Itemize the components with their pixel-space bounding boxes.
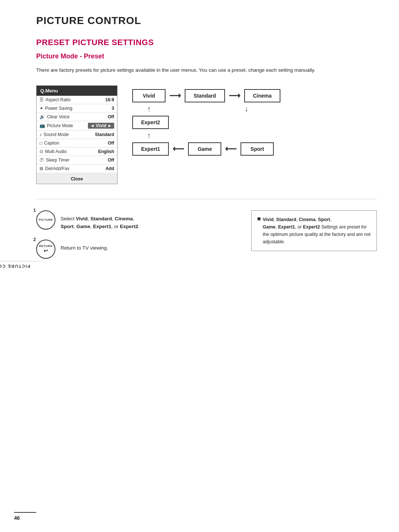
picture-button-label: PICTURE: [39, 218, 53, 221]
qmenu-row-sound: ♪ Sound Mode Standard: [37, 131, 117, 139]
qmenu-box: Q.Menu ☰ Aspect Ratio 16:9 ✦ Power Savin…: [36, 85, 117, 184]
return-button-label: RETURN: [39, 244, 52, 248]
qmenu-label-audio: ⊙ Multi Audio: [40, 149, 67, 154]
expert1-up-col: ↑: [132, 129, 166, 142]
expert1-box: Expert1: [132, 142, 169, 156]
qmenu-value-sleep: Off: [108, 157, 114, 163]
qmenu-label-caption: □ Caption: [40, 140, 59, 146]
arrow-up-expert2: ↑: [147, 102, 151, 116]
section-divider: [36, 199, 377, 199]
qmenu-row-delfav: ⊞ Del/Add/Fav Add: [37, 165, 117, 173]
arrow-game-expert1: ⟵: [173, 144, 184, 154]
cinema-box: Cinema: [244, 89, 281, 102]
diagram-row-1: Vivid ⟶ Standard ⟶ Cinema: [132, 89, 280, 102]
picture-button: 1 PICTURE: [36, 210, 55, 230]
qmenu-row-audio: ⊙ Multi Audio English: [37, 148, 117, 156]
qmenu-label-aspect: ☰ Aspect Ratio: [40, 97, 71, 102]
step-2: 2 RETURN ↩ Return to TV viewing.: [36, 240, 236, 259]
qmenu-area: Q.Menu ☰ Aspect Ratio 16:9 ✦ Power Savin…: [36, 85, 377, 184]
expert2-col: Expert2: [132, 116, 169, 129]
qmenu-close-button[interactable]: Close: [37, 174, 117, 184]
main-title: PICTURE CONTROL: [36, 15, 377, 27]
expert1-col: Expert1: [132, 142, 169, 156]
arrow-down-cinema: ↓: [245, 102, 248, 116]
standard-col: Standard: [185, 89, 225, 102]
description-text: There are factory presets for picture se…: [36, 66, 369, 74]
section-title: PRESET PICTURE SETTINGS: [36, 38, 377, 47]
qmenu-value-aspect: 16:9: [105, 97, 114, 102]
sound-icon: ♪: [40, 132, 42, 137]
return-button: 2 RETURN ↩: [36, 240, 55, 259]
diagram-row-2: Expert2: [132, 116, 169, 129]
qmenu-row-aspect: ☰ Aspect Ratio 16:9: [37, 96, 117, 104]
note-box: Vivid, Standard, Cinema, Sport, Game, Ex…: [251, 210, 377, 251]
vivid-box: Vivid: [132, 89, 166, 102]
steps-area: 1 PICTURE Select Vivid, Standard, Cinema…: [36, 210, 377, 268]
audio-icon: ⊙: [40, 149, 43, 154]
qmenu-row-power: ✦ Power Saving 3: [37, 104, 117, 113]
qmenu-label-sleep: ⏱ Sleep Timer: [40, 157, 69, 163]
diagram-arrows-row2: ↑: [132, 129, 166, 142]
delfav-icon: ⊞: [40, 166, 43, 171]
qmenu-label-picture: 📺 Picture Mode: [40, 123, 73, 128]
qmenu-row-voice: 🔊 Clear Voice Off: [37, 113, 117, 121]
sport-box: Sport: [241, 142, 274, 156]
caption-icon: □: [40, 140, 42, 146]
expert2-up-arrow-col: ↑: [132, 102, 166, 116]
step-1-text: Select Vivid, Standard, Cinema, Sport, G…: [61, 210, 140, 231]
power-icon: ✦: [40, 106, 43, 111]
arrow-standard-cinema: ⟶: [229, 91, 241, 101]
sport-col: Sport: [241, 142, 274, 156]
game-box: Game: [188, 142, 221, 156]
qmenu-header: Q.Menu: [37, 86, 117, 96]
steps-left: 1 PICTURE Select Vivid, Standard, Cinema…: [36, 210, 236, 268]
qmenu-value-audio: English: [98, 149, 114, 154]
arrow-vivid-standard: ⟶: [169, 91, 181, 101]
game-col: Game: [188, 142, 221, 156]
diagram-arrows-row: ↑ ↓: [132, 102, 263, 116]
cinema-col: Cinema: [244, 89, 281, 102]
qmenu-value-power: 3: [112, 106, 114, 111]
voice-icon: 🔊: [40, 114, 45, 119]
qmenu-row-caption: □ Caption Off: [37, 139, 117, 148]
sleep-icon: ⏱: [40, 157, 44, 163]
step-2-number: 2: [33, 237, 36, 242]
mode-diagram: Vivid ⟶ Standard ⟶ Cinema ↑: [132, 85, 280, 156]
standard-box: Standard: [185, 89, 225, 102]
qmenu-value-sound: Standard: [95, 132, 114, 137]
step-1: 1 PICTURE Select Vivid, Standard, Cinema…: [36, 210, 236, 231]
return-icon: ↩: [44, 248, 48, 254]
step-1-number: 1: [33, 207, 36, 213]
qmenu-row-sleep: ⏱ Sleep Timer Off: [37, 156, 117, 165]
page-number: 46: [14, 512, 36, 521]
note-bullet-square: [258, 217, 260, 220]
qmenu-value-voice: Off: [108, 114, 114, 119]
qmenu-label-voice: 🔊 Clear Voice: [40, 114, 69, 119]
qmenu-row-picture: 📺 Picture Mode ◄ Vivid ►: [37, 121, 117, 131]
sidebar-label: PICTURE CONTROL: [0, 261, 42, 271]
qmenu-label-delfav: ⊞ Del/Add/Fav: [40, 166, 69, 171]
qmenu-value-picture: ◄ Vivid ►: [88, 123, 114, 129]
diagram-row-3: Expert1 ⟵ Game ⟵ Sport: [132, 142, 274, 156]
step-2-text: Return to TV viewing.: [61, 240, 108, 252]
arrow-sport-game: ⟵: [225, 144, 237, 154]
qmenu-value-delfav: Add: [106, 166, 114, 171]
note-text: Vivid, Standard, Cinema, Sport, Game, Ex…: [263, 216, 371, 245]
qmenu-label-power: ✦ Power Saving: [40, 106, 72, 111]
aspect-icon: ☰: [40, 97, 44, 102]
expert2-box: Expert2: [132, 116, 169, 129]
qmenu-label-sound: ♪ Sound Mode: [40, 132, 69, 137]
vivid-col: Vivid: [132, 89, 166, 102]
arrow-up-expert1: ↑: [147, 129, 151, 142]
cinema-down-arrow-col: ↓: [230, 102, 263, 116]
subsection-title: Picture Mode - Preset: [36, 52, 377, 60]
picture-icon: 📺: [40, 123, 45, 128]
note-bullet-1: Vivid, Standard, Cinema, Sport, Game, Ex…: [258, 216, 371, 245]
qmenu-value-caption: Off: [108, 140, 114, 146]
